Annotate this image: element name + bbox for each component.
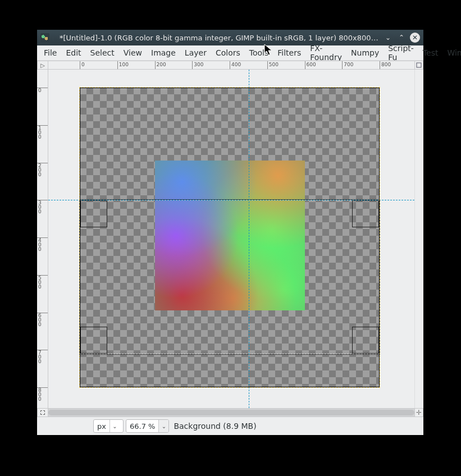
- quick-mask-icon: [40, 410, 45, 415]
- menu-image[interactable]: Image: [147, 47, 180, 59]
- ruler-v-tick: 8 0 0: [37, 387, 48, 388]
- vertical-scrollbar[interactable]: [414, 70, 423, 408]
- horizontal-scrollbar[interactable]: [48, 408, 414, 417]
- menu-file[interactable]: File: [39, 47, 61, 59]
- maximize-button[interactable]: ⌃: [396, 33, 407, 43]
- minimize-button[interactable]: ⌄: [383, 33, 393, 43]
- guide-vertical[interactable]: [249, 70, 249, 408]
- ruler-h-tick: 800: [380, 61, 380, 70]
- menu-windows[interactable]: Win: [442, 47, 461, 59]
- menu-numpy[interactable]: Numpy: [346, 47, 384, 59]
- ruler-h-tick: 600: [305, 61, 305, 70]
- units-selector[interactable]: px ⌄: [93, 419, 124, 433]
- ruler-v-tick: 1 0 0: [37, 125, 48, 126]
- window-title: *[Untitled]-1.0 (RGB color 8-bit gamma i…: [53, 34, 380, 42]
- ruler-v-tick: 5 0 0: [37, 275, 48, 276]
- menu-view[interactable]: View: [119, 47, 147, 59]
- ruler-h-tick: 700: [342, 61, 343, 70]
- statusbar: px ⌄ 66.7 % ⌄ Background (8.9 MB): [37, 417, 423, 435]
- titlebar[interactable]: *[Untitled]-1.0 (RGB color 8-bit gamma i…: [37, 30, 423, 45]
- menu-colors[interactable]: Colors: [211, 47, 245, 59]
- ruler-v-tick: 0: [37, 88, 48, 88]
- chevron-icon: [416, 62, 422, 68]
- ruler-horizontal[interactable]: 0100200300400500600700800: [48, 61, 414, 70]
- ruler-vertical[interactable]: 01 0 02 0 03 0 04 0 05 0 06 0 07 0 08 0 …: [37, 70, 48, 408]
- status-layer-text: Background (8.9 MB): [174, 422, 256, 431]
- menubar: File Edit Select View Image Layer Colors…: [37, 45, 423, 61]
- svg-rect-0: [417, 63, 421, 67]
- menu-select[interactable]: Select: [86, 47, 119, 59]
- ruler-h-tick: 300: [192, 61, 193, 70]
- ruler-v-tick: 3 0 0: [37, 200, 48, 200]
- navigation-preview-button[interactable]: ✛: [414, 408, 423, 417]
- guide-horizontal[interactable]: [48, 200, 414, 200]
- ruler-h-tick: 200: [155, 61, 156, 70]
- gimp-image-window: *[Untitled]-1.0 (RGB color 8-bit gamma i…: [37, 30, 423, 435]
- ruler-v-tick: 6 0 0: [37, 313, 48, 313]
- menu-filters[interactable]: Filters: [273, 47, 305, 59]
- chevron-down-icon: ⌄: [112, 423, 117, 429]
- ruler-v-tick: 2 0 0: [37, 163, 48, 163]
- menu-layer[interactable]: Layer: [180, 47, 211, 59]
- ruler-h-tick: 0: [80, 61, 80, 70]
- app-icon: [40, 33, 49, 42]
- ruler-h-tick: 100: [117, 61, 118, 70]
- canvas-viewport[interactable]: [48, 70, 414, 408]
- chevron-down-icon: ⌄: [162, 423, 166, 429]
- ruler-v-tick: 7 0 0: [37, 350, 48, 350]
- ruler-h-tick: 400: [230, 61, 230, 70]
- zoom-selector[interactable]: 66.7 % ⌄: [126, 419, 169, 433]
- zoom-menu-button[interactable]: [414, 61, 423, 70]
- close-button[interactable]: ✕: [410, 33, 420, 43]
- quick-mask-toggle[interactable]: [37, 408, 48, 417]
- image-content-plasma: [155, 161, 305, 310]
- zoom-value[interactable]: 66.7 %: [126, 420, 158, 432]
- units-label: px: [97, 422, 106, 431]
- ruler-origin-button[interactable]: ▷: [37, 61, 48, 70]
- ruler-h-tick: 500: [267, 61, 268, 70]
- menu-edit[interactable]: Edit: [61, 47, 85, 59]
- play-icon: ▷: [40, 62, 45, 68]
- crosshair-icon: ✛: [416, 409, 422, 417]
- ruler-v-tick: 4 0 0: [37, 237, 48, 238]
- menu-test[interactable]: Test: [418, 47, 443, 59]
- scrollbar-thumb[interactable]: [48, 410, 414, 415]
- menu-tools[interactable]: Tools: [245, 47, 273, 59]
